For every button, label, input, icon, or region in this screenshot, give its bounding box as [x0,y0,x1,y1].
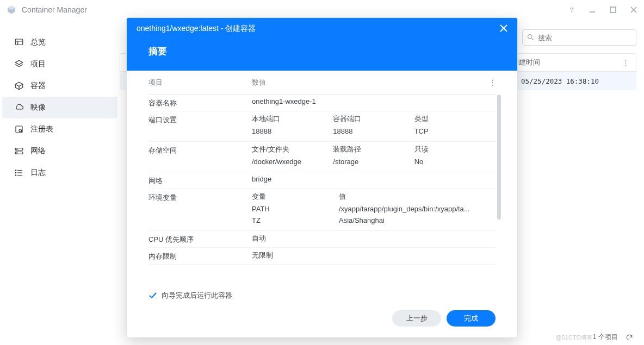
watermark: @51CTO博客 [556,334,593,342]
registry-icon [14,124,24,134]
svg-marker-9 [15,60,23,65]
label: 容器名称 [148,97,252,108]
label: CPU 优先顺序 [148,234,252,244]
item-count: 1 个项目 [593,333,618,342]
sidebar-item-container[interactable]: 容器 [2,75,117,97]
sidebar-item-log[interactable]: 日志 [2,162,117,184]
sidebar-item-network[interactable]: 网络 [2,140,117,162]
row-cpu: CPU 优先顺序 自动 [148,231,496,248]
help-button[interactable]: ? [568,6,575,14]
svg-rect-3 [610,7,616,12]
row-port: 端口设置 本地端口 容器端口 类型 18888 18888 TCP [148,111,496,142]
port-head-local: 本地端口 [252,114,333,124]
value: bridge [252,175,496,183]
env-head-val: 值 [339,192,496,202]
svg-point-20 [17,153,17,153]
cloud-icon [14,103,24,112]
port-head-container: 容器端口 [333,114,414,124]
modal-footer: 向导完成后运行此容器 上一步 完成 [127,282,517,337]
vol-head-file: 文件/文件夹 [252,145,333,154]
env-key: TZ [252,216,339,224]
env-val: Asia/Shanghai [339,216,496,224]
checkbox-checked-icon [148,291,157,300]
modal-title-text: onething1/wxedge:latest - 创建容器 [137,24,256,34]
port-local: 18888 [252,127,333,135]
sidebar-item-overview[interactable]: 总览 [2,32,117,53]
sidebar-item-image[interactable]: 映像 [2,97,117,118]
svg-point-27 [528,35,532,39]
svg-rect-6 [15,39,23,45]
svg-point-19 [17,149,17,149]
scrollbar[interactable] [497,95,501,219]
env-key: PATH [252,205,339,213]
sidebar-item-label: 网络 [30,146,46,156]
row-memory: 内存限制 无限制 [148,248,496,265]
svg-point-26 [15,175,16,176]
svg-line-12 [19,84,23,86]
close-window-button[interactable] [630,6,637,14]
search-box [522,29,636,46]
search-input[interactable] [522,29,636,46]
label: 环境变量 [148,192,252,203]
modal-body: 项目 数值 ⋮ 容器名称 onething1-wxedge-1 端口设置 本地端… [127,71,517,282]
modal-subtitle: 摘要 [127,40,517,71]
table-header-more[interactable]: ⋮ [621,59,629,67]
row-volume: 存储空间 文件/文件夹 装载路径 只读 /docker/wxedge /stor… [148,142,496,172]
label: 端口设置 [148,114,252,125]
svg-point-25 [15,172,16,173]
search-icon [527,33,535,41]
summary-col-item: 项目 [148,78,252,87]
app-title: Container Manager [22,5,555,14]
sidebar-item-label: 映像 [30,103,46,112]
refresh-icon[interactable] [626,334,633,341]
port-head-type: 类型 [414,114,496,124]
vol-readonly: No [414,158,496,166]
modal-close-button[interactable] [500,24,507,34]
cell-created: 05/25/2023 16:38:10 [521,77,630,85]
cube-icon [14,81,24,91]
port-container: 18888 [333,127,414,135]
maximize-button[interactable] [609,6,617,14]
sidebar-item-label: 容器 [30,81,46,91]
env-head-var: 变量 [252,192,339,202]
prev-button[interactable]: 上一步 [392,310,441,327]
sidebar-item-label: 项目 [30,59,46,69]
summary-more[interactable]: ⋮ [489,78,496,86]
vol-head-mount: 装载路径 [333,145,414,154]
sidebar: 总览 项目 容器 映像 注册表 网络 日志 [0,20,120,345]
dashboard-icon [14,37,24,47]
vol-file: /docker/wxedge [252,158,333,166]
sidebar-item-label: 日志 [30,168,46,178]
env-val: /xyapp/tarapp/plugin_deps/bin:/xyapp/ta.… [339,205,496,213]
sidebar-item-registry[interactable]: 注册表 [2,118,117,140]
value: 自动 [252,234,496,243]
done-button[interactable]: 完成 [447,310,496,327]
row-env: 环境变量 变量 值 PATH /xyapp/tarapp/plugin_deps… [148,189,496,231]
sidebar-item-label: 总览 [30,37,46,47]
run-after-checkbox-row[interactable]: 向导完成后运行此容器 [148,291,496,300]
modal-titlebar: onething1/wxedge:latest - 创建容器 [127,18,517,40]
minimize-button[interactable] [589,6,596,14]
layers-icon [14,59,24,69]
network-icon [14,146,24,156]
list-icon [14,168,24,178]
app-icon [7,5,16,15]
row-container-name: 容器名称 onething1-wxedge-1 [148,95,496,111]
label: 内存限制 [148,250,252,261]
create-container-modal: onething1/wxedge:latest - 创建容器 摘要 项目 数值 … [126,17,518,338]
summary-col-value: 数值 [252,78,489,87]
vol-head-readonly: 只读 [414,145,496,154]
svg-line-11 [15,84,19,86]
checkbox-label: 向导完成后运行此容器 [162,291,232,300]
svg-line-28 [531,38,533,40]
row-network: 网络 bridge [148,172,496,189]
summary-header: 项目 数值 ⋮ [148,71,496,95]
label: 存储空间 [148,145,252,155]
value: onething1-wxedge-1 [252,97,496,105]
column-created[interactable]: 创建时间 [512,58,621,67]
sidebar-item-project[interactable]: 项目 [2,53,117,75]
titlebar: Container Manager ? [0,0,644,20]
sidebar-item-label: 注册表 [30,124,53,134]
svg-point-24 [15,170,16,171]
vol-mount: /storage [333,158,414,166]
